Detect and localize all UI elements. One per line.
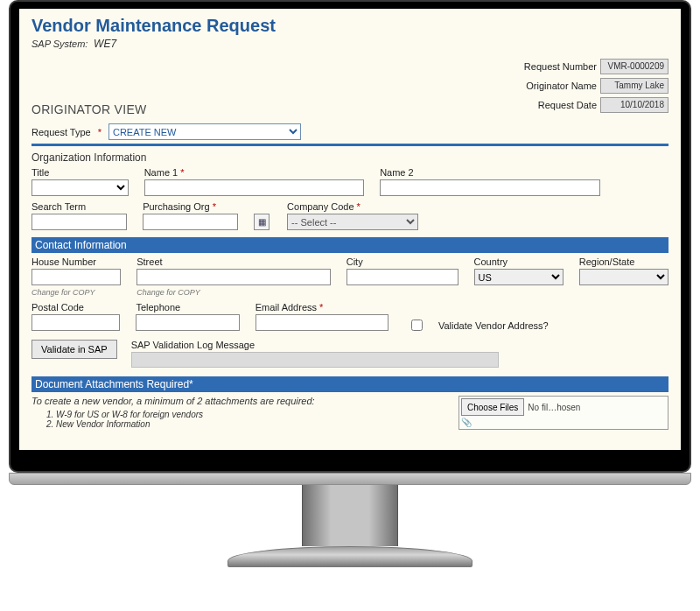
attach-intro: To create a new vendor, a minimum of 2 a… <box>32 396 443 406</box>
file-status-text: No fil…hosen <box>528 403 580 412</box>
app-screen: Vendor Maintenance Request SAP System: W… <box>19 9 681 450</box>
telephone-label: Telephone <box>136 302 239 313</box>
request-date-label: Request Date <box>538 100 597 110</box>
country-select[interactable]: US <box>474 269 564 285</box>
sap-system-label: SAP System: <box>32 39 88 49</box>
company-code-label: Company Code * <box>287 201 418 212</box>
street-input[interactable] <box>136 269 331 285</box>
originator-name-value: Tammy Lake <box>600 78 668 94</box>
header-right-info: Request Number VMR-0000209 Originator Na… <box>524 59 668 116</box>
title-select[interactable] <box>32 179 129 196</box>
email-input[interactable] <box>256 314 388 331</box>
sap-system-line: SAP System: WE7 <box>32 38 668 50</box>
contact-info-bar: Contact Information <box>32 237 668 253</box>
choose-files-button[interactable]: Choose Files <box>461 398 524 416</box>
originator-name-label: Originator Name <box>526 81 597 91</box>
house-number-label: House Number <box>32 256 121 267</box>
search-term-label: Search Term <box>32 201 127 212</box>
monitor-stand-neck <box>302 485 398 546</box>
section-separator <box>32 144 668 146</box>
purchasing-org-lookup-icon[interactable]: ▦ <box>254 214 270 230</box>
house-number-input[interactable] <box>32 269 121 285</box>
request-number-label: Request Number <box>524 61 597 72</box>
page-title: Vendor Maintenance Request <box>32 16 668 36</box>
street-label: Street <box>136 256 331 267</box>
required-asterisk: * <box>98 127 102 137</box>
file-upload-area: Choose Files No fil…hosen 📎 <box>458 396 668 430</box>
name2-label: Name 2 <box>380 167 600 178</box>
attach-li1: W-9 for US or W-8 for foreign vendors <box>56 410 443 419</box>
country-label: Country <box>474 256 564 267</box>
sap-system-value: WE7 <box>94 38 116 50</box>
postal-code-label: Postal Code <box>32 302 120 313</box>
email-label: Email Address * <box>256 302 388 313</box>
postal-code-input[interactable] <box>32 314 120 331</box>
name2-input[interactable] <box>380 179 600 196</box>
title-label: Title <box>32 167 129 178</box>
region-label: Region/State <box>579 256 668 267</box>
telephone-input[interactable] <box>136 314 239 331</box>
house-number-hint: Change for COPY <box>32 288 121 297</box>
request-type-select[interactable]: CREATE NEW <box>108 123 301 140</box>
attachment-icon: 📎 <box>461 418 472 427</box>
validate-in-sap-button[interactable]: Validate in SAP <box>32 340 117 359</box>
name1-label: Name 1 * <box>144 167 364 178</box>
originator-view-label: ORIGINATOR VIEW <box>32 102 147 116</box>
attachments-bar: Document Attachments Required* <box>32 376 668 392</box>
request-date-value: 10/10/2018 <box>600 97 668 113</box>
purchasing-org-label: Purchasing Org * <box>143 201 238 212</box>
validate-address-label: Validate Vendor Address? <box>438 320 586 331</box>
org-info-heading: Organization Information <box>32 151 668 164</box>
company-code-select[interactable]: -- Select -- <box>287 214 418 230</box>
monitor-stand-foot <box>228 546 472 567</box>
request-number-value: VMR-0000209 <box>600 59 668 74</box>
region-select[interactable] <box>579 269 668 285</box>
sap-log-label: SAP Validation Log Message <box>131 340 499 350</box>
sap-log-box <box>131 352 499 368</box>
request-type-label: Request Type <box>32 127 91 137</box>
street-hint: Change for COPY <box>136 288 331 297</box>
city-input[interactable] <box>346 269 458 285</box>
validate-address-checkbox[interactable] <box>411 320 423 331</box>
attach-li2: New Vendor Information <box>56 419 443 429</box>
purchasing-org-input[interactable] <box>143 214 238 230</box>
search-term-input[interactable] <box>32 214 127 230</box>
name1-input[interactable] <box>144 179 364 196</box>
city-label: City <box>346 256 458 267</box>
monitor-base <box>9 473 691 485</box>
monitor-frame: Vendor Maintenance Request SAP System: W… <box>9 0 691 473</box>
